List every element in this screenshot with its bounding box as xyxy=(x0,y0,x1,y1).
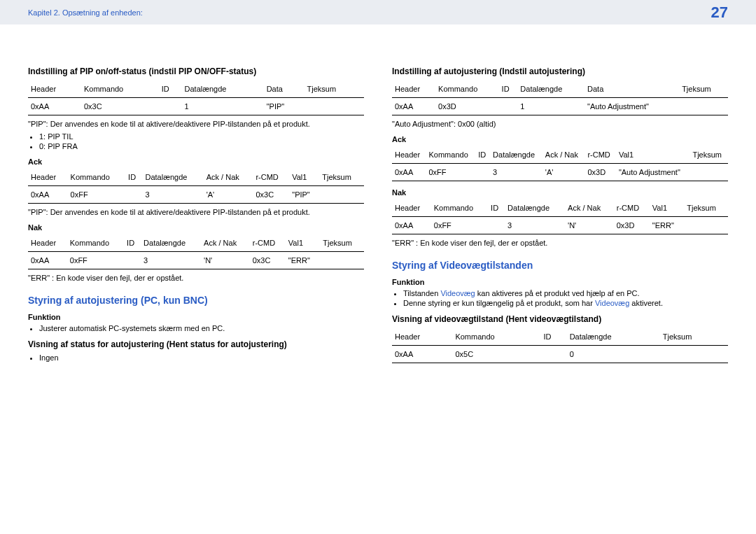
table-auto-nak: Header Kommando ID Datalængde Ack / Nak … xyxy=(392,199,728,234)
left-column: Indstilling af PIP on/off-status (indsti… xyxy=(28,59,364,365)
th: ID xyxy=(124,234,141,252)
td: 'N' xyxy=(201,252,250,269)
nak-label: Nak xyxy=(28,223,364,232)
view-status-label: Visning af status for autojustering (Hen… xyxy=(28,339,364,349)
td: 0xAA xyxy=(28,98,81,115)
list-item: Denne styring er kun tilgængelig på et p… xyxy=(403,299,728,307)
td xyxy=(488,217,505,234)
td: 3 xyxy=(141,252,201,269)
td xyxy=(540,346,566,363)
th: Header xyxy=(392,199,431,217)
th: Tjeksum xyxy=(679,80,728,98)
td xyxy=(159,98,182,115)
ack-label: Ack xyxy=(28,157,364,166)
th: Kommando xyxy=(431,199,488,217)
th: Val1 xyxy=(286,234,320,252)
th: ID xyxy=(499,80,518,98)
td: 1 xyxy=(517,98,584,115)
list-item: Ingen xyxy=(39,353,364,362)
td: 0xFF xyxy=(67,252,124,269)
th: r-CMD xyxy=(584,146,615,164)
th: Tjeksum xyxy=(690,146,728,164)
link-videowall[interactable]: Videovæg xyxy=(595,299,629,307)
th: Data xyxy=(264,80,304,98)
th: Header xyxy=(28,80,81,98)
link-videowall[interactable]: Videovæg xyxy=(440,289,475,297)
list-item: Tilstanden Videovæg kan aktiveres på et … xyxy=(403,289,728,297)
td: 3 xyxy=(490,164,542,181)
table-auto-set: Header Kommando ID Datalængde Data Tjeks… xyxy=(392,80,728,115)
td xyxy=(320,252,364,269)
th: Kommando xyxy=(452,328,540,346)
th: r-CMD xyxy=(250,234,286,252)
err-desc: "ERR" : En kode viser den fejl, der er o… xyxy=(28,274,364,282)
td: 1 xyxy=(182,98,264,115)
th: Tjeksum xyxy=(320,234,364,252)
td: 0xAA xyxy=(392,164,426,181)
td: 0x3C xyxy=(250,252,286,269)
td: 0x3C xyxy=(81,98,159,115)
th: Ack / Nak xyxy=(204,169,253,186)
th: ID xyxy=(488,199,505,217)
funktion-bullets: Tilstanden Videovæg kan aktiveres på et … xyxy=(403,289,728,307)
pip-desc: "PIP": Der anvendes en kode til at aktiv… xyxy=(28,120,364,128)
th: r-CMD xyxy=(614,199,650,217)
th: Kommando xyxy=(67,234,124,252)
th: r-CMD xyxy=(253,169,289,186)
th: Data xyxy=(584,80,679,98)
th: Kommando xyxy=(68,169,126,186)
td: 0xAA xyxy=(392,217,431,234)
th: Datalængde xyxy=(490,146,542,164)
td: 0x5C xyxy=(452,346,540,363)
td xyxy=(660,346,728,363)
ack-label: Ack xyxy=(392,135,728,143)
th: Tjeksum xyxy=(319,169,364,186)
funktion-bullets: Justerer automatisk PC-systemets skærm m… xyxy=(39,324,364,332)
th: Val1 xyxy=(650,199,684,217)
td: "PIP" xyxy=(289,186,319,204)
td xyxy=(319,186,364,204)
pip-bullets: 1: PIP TIL 0: PIP FRA xyxy=(39,132,364,150)
th: Datalængde xyxy=(141,234,201,252)
th: Tjeksum xyxy=(660,328,728,346)
th: Tjeksum xyxy=(304,80,364,98)
th: Datalængde xyxy=(505,199,565,217)
td: 'A' xyxy=(204,186,253,204)
td: 0xAA xyxy=(28,186,68,204)
td: 0 xyxy=(567,346,660,363)
th: Val1 xyxy=(616,146,690,164)
td: "ERR" xyxy=(650,217,684,234)
right-column: Indstilling af autojustering (Indstil au… xyxy=(392,59,728,365)
funktion-label: Funktion xyxy=(28,313,364,321)
td: 0xAA xyxy=(392,98,435,115)
td xyxy=(679,98,728,115)
th: Header xyxy=(392,80,435,98)
td: 0xAA xyxy=(392,346,452,363)
text: aktiveret. xyxy=(629,299,663,307)
list-item: Justerer automatisk PC-systemets skærm m… xyxy=(39,324,364,332)
table-auto-ack: Header Kommando ID Datalængde Ack / Nak … xyxy=(392,146,728,181)
table-pip-nak: Header Kommando ID Datalængde Ack / Nak … xyxy=(28,234,364,269)
pip-desc2: "PIP": Der anvendes en kode til at aktiv… xyxy=(28,208,364,216)
td: 0xFF xyxy=(431,217,488,234)
text: Tilstanden xyxy=(403,289,440,297)
nak-label: Nak xyxy=(392,188,728,197)
td xyxy=(690,164,728,181)
view-label: Visning af videovægtilstand (Hent videov… xyxy=(392,314,728,324)
th: Val1 xyxy=(289,169,319,186)
th: Ack / Nak xyxy=(542,146,585,164)
page-content: Indstilling af PIP on/off-status (indsti… xyxy=(0,24,756,393)
th: Kommando xyxy=(81,80,159,98)
td: 'A' xyxy=(542,164,585,181)
td xyxy=(304,98,364,115)
th: ID xyxy=(159,80,182,98)
td: 0x3D xyxy=(614,217,650,234)
td: 0x3D xyxy=(435,98,499,115)
th: Header xyxy=(392,146,426,164)
th: ID xyxy=(475,146,490,164)
table-pip-set: Header Kommando ID Datalængde Data Tjeks… xyxy=(28,80,364,115)
th: Kommando xyxy=(435,80,499,98)
err-desc: "ERR" : En kode viser den fejl, der er o… xyxy=(392,239,728,247)
funktion-label: Funktion xyxy=(392,278,728,286)
th: Datalængde xyxy=(567,328,660,346)
